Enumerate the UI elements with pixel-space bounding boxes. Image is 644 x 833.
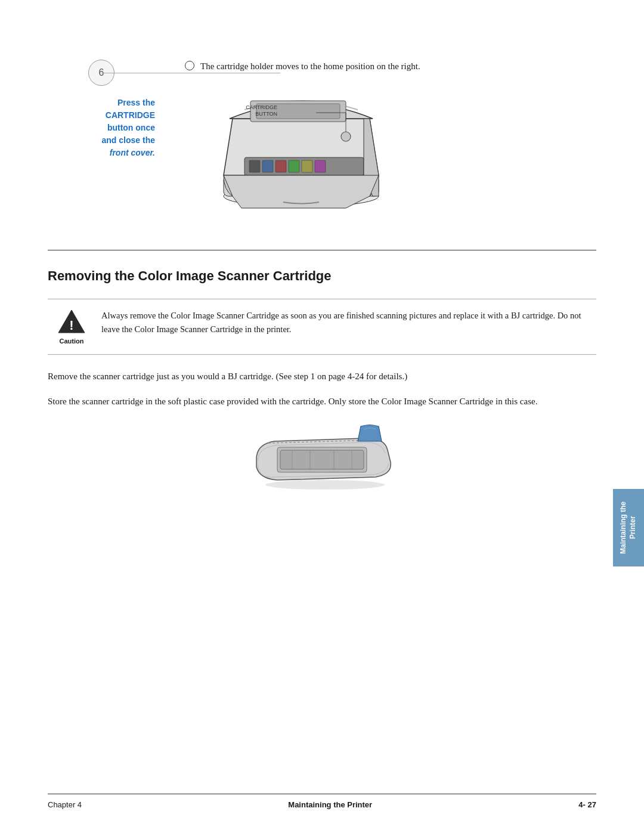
caution-icon-area: ! Caution	[48, 309, 95, 345]
footer-page: 4- 27	[578, 800, 596, 809]
svg-rect-8	[289, 160, 299, 172]
svg-text:!: !	[69, 318, 73, 333]
caution-label: Caution	[60, 337, 84, 345]
step-right: The cartridge holder moves to the home p…	[167, 60, 596, 214]
svg-rect-5	[249, 160, 260, 172]
step-instruction: Press the CARTRIDGE button once and clos…	[102, 97, 155, 159]
footer-chapter: Chapter 4	[48, 800, 82, 809]
side-tab-text: Maintaining the Printer	[619, 489, 637, 566]
svg-rect-10	[315, 160, 326, 172]
section-divider	[48, 250, 596, 250]
bullet-text: The cartridge holder moves to the home p…	[200, 60, 420, 73]
svg-rect-17	[280, 450, 364, 469]
step-section: 6 Press the CARTRIDGE button once and cl…	[48, 60, 596, 214]
paragraph-2: Store the scanner cartridge in the soft …	[48, 394, 596, 408]
cartridge-label-1: CARTRIDGE	[246, 104, 277, 110]
page-container: 6 Press the CARTRIDGE button once and cl…	[0, 0, 644, 833]
step-line	[101, 73, 280, 73]
svg-rect-6	[262, 160, 273, 172]
footer-title: Maintaining the Printer	[288, 800, 372, 809]
side-tab: Maintaining the Printer	[613, 489, 644, 566]
scanner-illustration	[48, 420, 596, 498]
svg-point-11	[341, 132, 351, 141]
bullet-point: The cartridge holder moves to the home p…	[185, 60, 596, 73]
bullet-icon	[185, 61, 194, 70]
caution-text: Always remove the Color Image Scanner Ca…	[95, 309, 596, 336]
svg-point-22	[265, 480, 385, 490]
caution-icon: !	[57, 309, 86, 334]
printer-illustration: CARTRIDGE BUTTON	[185, 83, 388, 214]
caution-container: ! Caution Always remove the Color Image …	[48, 299, 596, 355]
printer-svg: CARTRIDGE BUTTON	[185, 83, 388, 214]
svg-rect-9	[302, 160, 312, 172]
paragraph-1: Remove the scanner cartridge just as you…	[48, 369, 596, 383]
svg-rect-7	[275, 160, 286, 172]
cartridge-label-2: BUTTON	[255, 111, 277, 117]
step-left: 6 Press the CARTRIDGE button once and cl…	[48, 60, 167, 159]
section-title: Removing the Color Image Scanner Cartrid…	[48, 268, 596, 284]
scanner-svg	[244, 420, 400, 498]
removing-section: Removing the Color Image Scanner Cartrid…	[48, 250, 596, 498]
page-footer: Chapter 4 Maintaining the Printer 4- 27	[48, 794, 596, 809]
